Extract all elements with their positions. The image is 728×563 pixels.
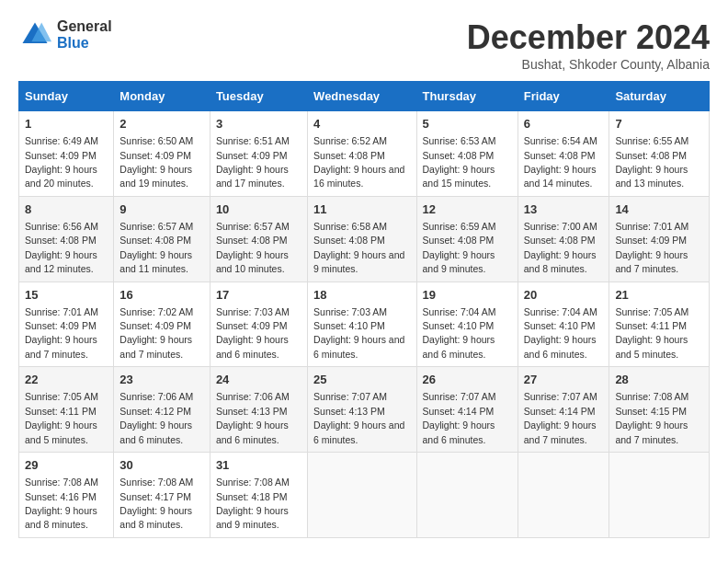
sunrise-info: Sunrise: 6:53 AM bbox=[423, 135, 496, 146]
calendar-header: Sunday Monday Tuesday Wednesday Thursday… bbox=[19, 82, 710, 111]
sunset-info: Sunset: 4:08 PM bbox=[313, 235, 385, 246]
day-number: 31 bbox=[216, 457, 301, 474]
day-number: 18 bbox=[313, 287, 410, 304]
sunrise-info: Sunrise: 7:06 AM bbox=[216, 391, 290, 402]
day-number: 28 bbox=[615, 372, 703, 388]
cell-week1-day3: 4Sunrise: 6:52 AMSunset: 4:08 PMDaylight… bbox=[308, 111, 416, 197]
daylight-info: Daylight: 9 hours and 7 minutes. bbox=[25, 334, 97, 359]
cell-week5-day2: 31Sunrise: 7:08 AMSunset: 4:18 PMDayligh… bbox=[210, 453, 307, 538]
daylight-info: Daylight: 9 hours and 19 minutes. bbox=[119, 164, 192, 189]
sunset-info: Sunset: 4:10 PM bbox=[313, 320, 385, 331]
sunrise-info: Sunrise: 7:08 AM bbox=[119, 477, 193, 488]
sunrise-info: Sunrise: 7:05 AM bbox=[615, 306, 688, 317]
cell-week5-day6 bbox=[609, 453, 710, 538]
sunrise-info: Sunrise: 6:59 AM bbox=[423, 221, 496, 232]
daylight-info: Daylight: 9 hours and 9 minutes. bbox=[423, 249, 495, 274]
day-number: 8 bbox=[25, 201, 108, 218]
calendar-body: 1Sunrise: 6:49 AMSunset: 4:09 PMDaylight… bbox=[19, 111, 710, 538]
sunrise-info: Sunrise: 6:50 AM bbox=[119, 135, 193, 146]
sunset-info: Sunset: 4:08 PM bbox=[313, 150, 385, 161]
sunrise-info: Sunrise: 6:54 AM bbox=[524, 135, 597, 146]
sunrise-info: Sunrise: 6:51 AM bbox=[216, 135, 290, 146]
daylight-info: Daylight: 9 hours and 10 minutes. bbox=[216, 249, 289, 274]
cell-week1-day1: 2Sunrise: 6:50 AMSunset: 4:09 PMDaylight… bbox=[114, 111, 210, 197]
sunset-info: Sunset: 4:09 PM bbox=[216, 320, 288, 331]
cell-week1-day4: 5Sunrise: 6:53 AMSunset: 4:08 PMDaylight… bbox=[416, 111, 518, 197]
daylight-info: Daylight: 9 hours and 5 minutes. bbox=[25, 419, 97, 444]
daylight-info: Daylight: 9 hours and 6 minutes. bbox=[423, 419, 495, 444]
cell-week3-day5: 20Sunrise: 7:04 AMSunset: 4:10 PMDayligh… bbox=[518, 282, 609, 367]
sunrise-info: Sunrise: 7:03 AM bbox=[216, 306, 290, 317]
sunset-info: Sunset: 4:09 PM bbox=[216, 150, 288, 161]
sunset-info: Sunset: 4:15 PM bbox=[615, 406, 687, 417]
cell-week5-day0: 29Sunrise: 7:08 AMSunset: 4:16 PMDayligh… bbox=[19, 453, 114, 538]
daylight-info: Daylight: 9 hours and 8 minutes. bbox=[119, 505, 192, 530]
cell-week1-day6: 7Sunrise: 6:55 AMSunset: 4:08 PMDaylight… bbox=[609, 111, 710, 197]
cell-week3-day1: 16Sunrise: 7:02 AMSunset: 4:09 PMDayligh… bbox=[114, 282, 210, 367]
cell-week2-day2: 10Sunrise: 6:57 AMSunset: 4:08 PMDayligh… bbox=[210, 196, 307, 282]
cell-week4-day6: 28Sunrise: 7:08 AMSunset: 4:15 PMDayligh… bbox=[609, 367, 710, 453]
daylight-info: Daylight: 9 hours and 20 minutes. bbox=[25, 164, 97, 189]
sunrise-info: Sunrise: 7:04 AM bbox=[423, 306, 496, 317]
header-row: Sunday Monday Tuesday Wednesday Thursday… bbox=[19, 82, 710, 111]
sunrise-info: Sunrise: 7:07 AM bbox=[313, 391, 387, 402]
sunset-info: Sunset: 4:13 PM bbox=[313, 406, 385, 417]
week-row-2: 8Sunrise: 6:56 AMSunset: 4:08 PMDaylight… bbox=[19, 196, 710, 282]
sunset-info: Sunset: 4:11 PM bbox=[615, 320, 687, 331]
logo-icon bbox=[18, 18, 51, 52]
cell-week5-day4 bbox=[416, 453, 518, 538]
daylight-info: Daylight: 9 hours and 16 minutes. bbox=[313, 164, 404, 189]
cell-week5-day1: 30Sunrise: 7:08 AMSunset: 4:17 PMDayligh… bbox=[114, 453, 210, 538]
sunset-info: Sunset: 4:16 PM bbox=[25, 491, 97, 502]
day-number: 9 bbox=[119, 201, 204, 218]
daylight-info: Daylight: 9 hours and 11 minutes. bbox=[119, 249, 192, 274]
day-number: 13 bbox=[524, 201, 604, 218]
cell-week2-day6: 14Sunrise: 7:01 AMSunset: 4:09 PMDayligh… bbox=[609, 196, 710, 282]
day-number: 10 bbox=[216, 201, 301, 218]
daylight-info: Daylight: 9 hours and 5 minutes. bbox=[615, 334, 688, 359]
sunset-info: Sunset: 4:09 PM bbox=[119, 150, 191, 161]
sunrise-info: Sunrise: 6:55 AM bbox=[615, 135, 688, 146]
cell-week4-day5: 27Sunrise: 7:07 AMSunset: 4:14 PMDayligh… bbox=[518, 367, 609, 453]
day-number: 24 bbox=[216, 372, 301, 388]
cell-week1-day0: 1Sunrise: 6:49 AMSunset: 4:09 PMDaylight… bbox=[19, 111, 114, 197]
logo-blue: Blue bbox=[57, 35, 112, 52]
cell-week3-day3: 18Sunrise: 7:03 AMSunset: 4:10 PMDayligh… bbox=[308, 282, 416, 367]
daylight-info: Daylight: 9 hours and 15 minutes. bbox=[423, 164, 495, 189]
sunrise-info: Sunrise: 7:06 AM bbox=[119, 391, 193, 402]
sunrise-info: Sunrise: 7:08 AM bbox=[216, 477, 290, 488]
cell-week4-day1: 23Sunrise: 7:06 AMSunset: 4:12 PMDayligh… bbox=[114, 367, 210, 453]
sunset-info: Sunset: 4:12 PM bbox=[119, 406, 191, 417]
sunset-info: Sunset: 4:10 PM bbox=[423, 320, 495, 331]
header-saturday: Saturday bbox=[609, 82, 710, 111]
sunrise-info: Sunrise: 6:58 AM bbox=[313, 221, 387, 232]
day-number: 4 bbox=[313, 116, 410, 132]
sunset-info: Sunset: 4:09 PM bbox=[615, 235, 687, 246]
sunset-info: Sunset: 4:08 PM bbox=[615, 150, 687, 161]
cell-week4-day4: 26Sunrise: 7:07 AMSunset: 4:14 PMDayligh… bbox=[416, 367, 518, 453]
cell-week2-day0: 8Sunrise: 6:56 AMSunset: 4:08 PMDaylight… bbox=[19, 196, 114, 282]
day-number: 2 bbox=[119, 116, 204, 132]
sunrise-info: Sunrise: 7:01 AM bbox=[25, 306, 98, 317]
sunset-info: Sunset: 4:14 PM bbox=[524, 406, 596, 417]
day-number: 20 bbox=[524, 287, 604, 304]
cell-week5-day3 bbox=[308, 453, 416, 538]
logo-text: General Blue bbox=[57, 18, 112, 51]
sunrise-info: Sunrise: 7:07 AM bbox=[524, 391, 597, 402]
day-number: 22 bbox=[25, 372, 108, 388]
sunset-info: Sunset: 4:08 PM bbox=[423, 235, 495, 246]
sunset-info: Sunset: 4:18 PM bbox=[216, 491, 288, 502]
day-number: 1 bbox=[25, 116, 108, 132]
daylight-info: Daylight: 9 hours and 6 minutes. bbox=[313, 419, 404, 444]
location-subtitle: Bushat, Shkoder County, Albania bbox=[467, 57, 710, 72]
cell-week4-day3: 25Sunrise: 7:07 AMSunset: 4:13 PMDayligh… bbox=[308, 367, 416, 453]
title-area: December 2024 Bushat, Shkoder County, Al… bbox=[467, 18, 710, 72]
header-thursday: Thursday bbox=[416, 82, 518, 111]
day-number: 15 bbox=[25, 287, 108, 304]
sunrise-info: Sunrise: 6:57 AM bbox=[216, 221, 290, 232]
daylight-info: Daylight: 9 hours and 7 minutes. bbox=[615, 419, 688, 444]
day-number: 12 bbox=[423, 201, 512, 218]
sunrise-info: Sunrise: 7:07 AM bbox=[423, 391, 496, 402]
sunset-info: Sunset: 4:08 PM bbox=[119, 235, 191, 246]
cell-week3-day6: 21Sunrise: 7:05 AMSunset: 4:11 PMDayligh… bbox=[609, 282, 710, 367]
